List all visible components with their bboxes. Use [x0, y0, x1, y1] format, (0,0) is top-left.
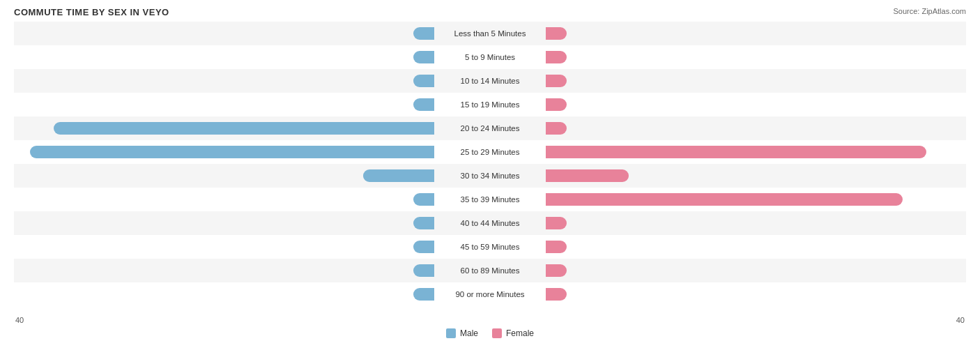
right-side: 30: [546, 188, 966, 211]
table-row: 0 35 to 39 Minutes 30: [14, 188, 966, 211]
row-inner: 0 45 to 59 Minutes 0: [14, 235, 966, 259]
row-label: Less than 5 Minutes: [434, 29, 546, 38]
left-side: 0: [14, 69, 434, 93]
row-label: 15 to 19 Minutes: [434, 100, 546, 109]
row-label: 10 to 14 Minutes: [434, 77, 546, 85]
row-inner: 0 35 to 39 Minutes 30: [14, 188, 966, 211]
left-side: 0: [14, 235, 434, 259]
row-label: 5 to 9 Minutes: [434, 53, 546, 61]
legend-female-label: Female: [506, 328, 534, 338]
left-side: 32: [14, 116, 434, 140]
right-side: 0: [546, 69, 966, 93]
female-bar: [546, 51, 567, 63]
row-inner: 34 25 to 29 Minutes 32: [14, 140, 966, 164]
female-bar: [546, 217, 567, 229]
table-row: 0 15 to 19 Minutes 0: [14, 93, 966, 116]
legend-female-box: [492, 328, 502, 338]
left-side: 0: [14, 259, 434, 282]
right-side: 0: [546, 282, 966, 306]
axis-left: 40: [15, 316, 24, 324]
male-bar: [413, 193, 434, 206]
table-row: 0 60 to 89 Minutes 0: [14, 259, 966, 282]
right-side: 0: [546, 22, 966, 45]
male-bar: [413, 75, 434, 87]
right-side: 32: [546, 140, 966, 164]
table-row: 6 30 to 34 Minutes 7: [14, 164, 966, 188]
legend-male: Male: [446, 328, 478, 338]
male-bar: [413, 98, 434, 111]
row-label: 20 to 24 Minutes: [434, 124, 546, 132]
row-label: 25 to 29 Minutes: [434, 148, 546, 156]
row-inner: 0 60 to 89 Minutes 0: [14, 259, 966, 282]
female-bar: [546, 122, 567, 135]
left-side: 34: [14, 140, 434, 164]
chart-container: COMMUTE TIME BY SEX IN VEYO Source: ZipA…: [0, 0, 980, 364]
row-inner: 6 30 to 34 Minutes 7: [14, 164, 966, 188]
right-side: 0: [546, 45, 966, 69]
left-side: 6: [14, 164, 434, 188]
right-side: 0: [546, 211, 966, 235]
row-inner: 0 40 to 44 Minutes 0: [14, 211, 966, 235]
female-bar: [546, 27, 567, 40]
right-side: 0: [546, 235, 966, 259]
male-bar: [413, 288, 434, 301]
row-label: 45 to 59 Minutes: [434, 243, 546, 251]
legend-male-label: Male: [460, 328, 478, 338]
row-inner: 0 Less than 5 Minutes 0: [14, 22, 966, 45]
table-row: 0 5 to 9 Minutes 0: [14, 45, 966, 69]
left-side: 0: [14, 22, 434, 45]
female-bar: [546, 98, 567, 111]
right-side: 0: [546, 259, 966, 282]
source-text: Source: ZipAtlas.com: [893, 7, 966, 15]
row-inner: 0 10 to 14 Minutes 0: [14, 69, 966, 93]
female-bar: [546, 75, 567, 87]
right-side: 7: [546, 164, 966, 188]
row-inner: 0 5 to 9 Minutes 0: [14, 45, 966, 69]
row-inner: 0 15 to 19 Minutes 0: [14, 93, 966, 116]
female-bar: [546, 193, 903, 206]
row-label: 40 to 44 Minutes: [434, 219, 546, 227]
left-side: 0: [14, 211, 434, 235]
row-label: 30 to 34 Minutes: [434, 172, 546, 180]
male-bar: [30, 146, 434, 158]
axis-labels: 40 40: [14, 316, 966, 324]
female-bar: [546, 146, 926, 158]
table-row: 0 45 to 59 Minutes 0: [14, 235, 966, 259]
male-bar: [413, 241, 434, 253]
male-bar: [54, 122, 434, 135]
male-bar: [363, 169, 434, 182]
left-side: 0: [14, 188, 434, 211]
axis-right: 40: [956, 316, 965, 324]
chart-title: COMMUTE TIME BY SEX IN VEYO: [14, 7, 966, 17]
female-bar: [546, 169, 629, 182]
left-side: 0: [14, 282, 434, 306]
legend: Male Female: [14, 328, 966, 338]
female-bar: [546, 241, 567, 253]
right-side: 0: [546, 93, 966, 116]
table-row: 32 20 to 24 Minutes 0: [14, 116, 966, 140]
chart-area: 0 Less than 5 Minutes 0: [14, 22, 966, 314]
left-side: 0: [14, 45, 434, 69]
table-row: 0 10 to 14 Minutes 0: [14, 69, 966, 93]
table-row: 0 Less than 5 Minutes 0: [14, 22, 966, 45]
row-inner: 32 20 to 24 Minutes 0: [14, 116, 966, 140]
female-bar: [546, 288, 567, 301]
row-label: 35 to 39 Minutes: [434, 195, 546, 204]
legend-female: Female: [492, 328, 534, 338]
right-side: 0: [546, 116, 966, 140]
table-row: 0 90 or more Minutes 0: [14, 282, 966, 306]
male-bar: [413, 217, 434, 229]
left-side: 0: [14, 93, 434, 116]
male-bar: [413, 51, 434, 63]
table-row: 0 40 to 44 Minutes 0: [14, 211, 966, 235]
table-row: 34 25 to 29 Minutes 32: [14, 140, 966, 164]
male-bar: [413, 27, 434, 40]
row-label: 60 to 89 Minutes: [434, 266, 546, 275]
row-inner: 0 90 or more Minutes 0: [14, 282, 966, 306]
legend-male-box: [446, 328, 456, 338]
male-bar: [413, 264, 434, 277]
row-label: 90 or more Minutes: [434, 290, 546, 298]
female-bar: [546, 264, 567, 277]
